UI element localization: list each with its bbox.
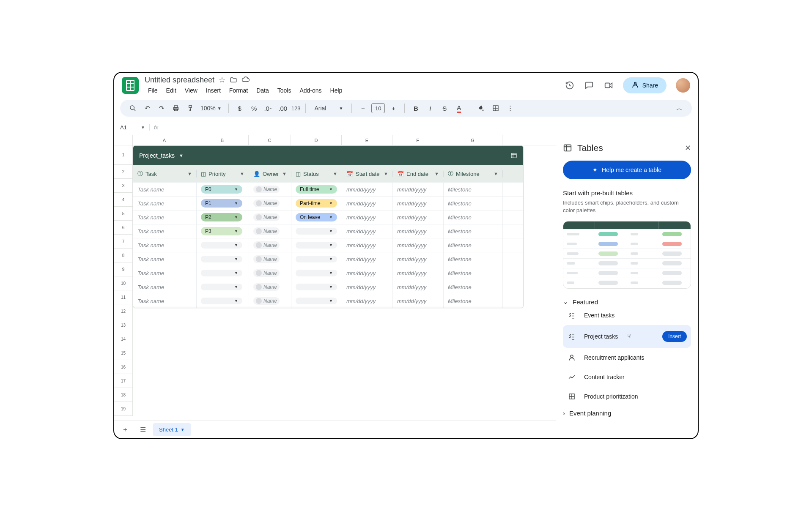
zoom-selector[interactable]: 100%▼: [199, 105, 223, 112]
history-icon[interactable]: [565, 80, 575, 90]
cell-priority[interactable]: ▼: [197, 266, 249, 280]
meet-icon[interactable]: [604, 80, 614, 90]
table-row[interactable]: Task nameP1▼NamePart-time▼mm/dd/yyyymm/d…: [133, 196, 523, 210]
th-priority[interactable]: Priority: [208, 171, 225, 177]
table-view-icon[interactable]: [510, 152, 517, 159]
decrease-font-icon[interactable]: −: [357, 102, 369, 114]
cell-owner[interactable]: Name: [249, 210, 291, 224]
cell-priority[interactable]: ▼: [197, 294, 249, 308]
cell-owner[interactable]: Name: [249, 294, 291, 308]
col-E[interactable]: E: [342, 135, 392, 145]
menu-file[interactable]: File: [145, 85, 161, 96]
cell-task[interactable]: Task name: [133, 224, 197, 238]
cell-status[interactable]: ▼: [291, 280, 342, 294]
cell-milestone[interactable]: Milestone: [444, 224, 503, 238]
cloud-status-icon[interactable]: [241, 76, 250, 84]
bold-icon[interactable]: B: [410, 102, 422, 114]
cell-start-date[interactable]: mm/dd/yyyy: [342, 252, 393, 266]
cell-milestone[interactable]: Milestone: [444, 238, 503, 252]
doc-title[interactable]: Untitled spreadsheet: [145, 76, 214, 85]
template-item[interactable]: Recruitment applicants: [563, 348, 691, 367]
col-G[interactable]: G: [443, 135, 502, 145]
cell-owner[interactable]: Name: [249, 183, 291, 196]
cell-end-date[interactable]: mm/dd/yyyy: [393, 224, 444, 238]
text-color-icon[interactable]: A: [453, 102, 465, 114]
sheets-logo[interactable]: [122, 77, 139, 94]
cell-milestone[interactable]: Milestone: [444, 294, 503, 308]
share-button[interactable]: Share: [623, 77, 667, 93]
menu-tools[interactable]: Tools: [274, 85, 295, 96]
sheet-tab[interactable]: Sheet 1▼: [153, 423, 191, 436]
th-status[interactable]: Status: [303, 171, 319, 177]
cell-start-date[interactable]: mm/dd/yyyy: [342, 280, 393, 294]
menu-data[interactable]: Data: [253, 85, 272, 96]
col-D[interactable]: D: [291, 135, 342, 145]
table-row[interactable]: Task name▼Name▼mm/dd/yyyymm/dd/yyyyMiles…: [133, 294, 523, 308]
menu-edit[interactable]: Edit: [163, 85, 180, 96]
cell-start-date[interactable]: mm/dd/yyyy: [342, 183, 393, 196]
percent-icon[interactable]: %: [248, 102, 260, 114]
cell-end-date[interactable]: mm/dd/yyyy: [393, 266, 444, 280]
cell-owner[interactable]: Name: [249, 197, 291, 210]
paint-format-icon[interactable]: [184, 102, 196, 114]
decrease-decimal-icon[interactable]: .0←: [263, 102, 274, 114]
all-sheets-icon[interactable]: ☰: [135, 423, 151, 437]
template-item[interactable]: Project tasks☟Insert: [563, 325, 691, 348]
cell-priority[interactable]: P0▼: [197, 183, 249, 196]
menu-help[interactable]: Help: [327, 85, 346, 96]
menu-format[interactable]: Format: [226, 85, 251, 96]
cell-start-date[interactable]: mm/dd/yyyy: [342, 224, 393, 238]
cell-task[interactable]: Task name: [133, 266, 197, 280]
cell-priority[interactable]: ▼: [197, 238, 249, 252]
cell-end-date[interactable]: mm/dd/yyyy: [393, 280, 444, 294]
th-owner[interactable]: Owner: [263, 171, 279, 177]
cell-task[interactable]: Task name: [133, 252, 197, 266]
insert-button[interactable]: Insert: [662, 331, 687, 342]
col-B[interactable]: B: [196, 135, 249, 145]
cell-status[interactable]: ▼: [291, 252, 342, 266]
featured-section[interactable]: ⌄ Featured: [563, 298, 691, 306]
cell-priority[interactable]: P3▼: [197, 224, 249, 238]
fill-color-icon[interactable]: [475, 102, 487, 114]
cell-priority[interactable]: P2▼: [197, 210, 249, 224]
cell-task[interactable]: Task name: [133, 210, 197, 224]
cell-status[interactable]: On leave▼: [291, 210, 342, 224]
name-box[interactable]: A1▼: [120, 124, 150, 131]
table-row[interactable]: Task name▼Name▼mm/dd/yyyymm/dd/yyyyMiles…: [133, 280, 523, 294]
table-row[interactable]: Task name▼Name▼mm/dd/yyyymm/dd/yyyyMiles…: [133, 252, 523, 266]
cell-owner[interactable]: Name: [249, 266, 291, 280]
cell-status[interactable]: ▼: [291, 294, 342, 308]
cell-status[interactable]: ▼: [291, 224, 342, 238]
cell-milestone[interactable]: Milestone: [444, 197, 503, 210]
cell-owner[interactable]: Name: [249, 224, 291, 238]
more-toolbar-icon[interactable]: ⋮: [504, 102, 516, 114]
move-folder-icon[interactable]: [230, 76, 237, 84]
menu-addons[interactable]: Add-ons: [296, 85, 325, 96]
cell-priority[interactable]: ▼: [197, 280, 249, 294]
search-menus-icon[interactable]: [127, 102, 139, 114]
close-icon[interactable]: ✕: [685, 143, 691, 153]
th-start[interactable]: Start date: [356, 171, 379, 177]
cell-owner[interactable]: Name: [249, 238, 291, 252]
template-item[interactable]: Product prioritization: [563, 387, 691, 406]
add-sheet-icon[interactable]: ＋: [118, 423, 133, 437]
th-end[interactable]: End date: [406, 171, 428, 177]
cell-start-date[interactable]: mm/dd/yyyy: [342, 294, 393, 308]
menu-view[interactable]: View: [181, 85, 201, 96]
cell-milestone[interactable]: Milestone: [444, 210, 503, 224]
table-title-bar[interactable]: Project_tasks ▼: [133, 146, 523, 165]
borders-icon[interactable]: [490, 102, 502, 114]
cell-priority[interactable]: P1▼: [197, 197, 249, 210]
account-avatar[interactable]: [676, 78, 690, 93]
font-size-input[interactable]: 10: [371, 103, 385, 113]
table-row[interactable]: Task nameP2▼NameOn leave▼mm/dd/yyyymm/dd…: [133, 210, 523, 224]
menu-insert[interactable]: Insert: [203, 85, 224, 96]
cell-status[interactable]: ▼: [291, 266, 342, 280]
cell-end-date[interactable]: mm/dd/yyyy: [393, 252, 444, 266]
star-icon[interactable]: ☆: [219, 75, 225, 85]
cell-end-date[interactable]: mm/dd/yyyy: [393, 294, 444, 308]
table-row[interactable]: Task nameP3▼Name▼mm/dd/yyyymm/dd/yyyyMil…: [133, 224, 523, 238]
cell-start-date[interactable]: mm/dd/yyyy: [342, 266, 393, 280]
cell-milestone[interactable]: Milestone: [444, 280, 503, 294]
font-selector[interactable]: Arial▼: [311, 105, 346, 112]
